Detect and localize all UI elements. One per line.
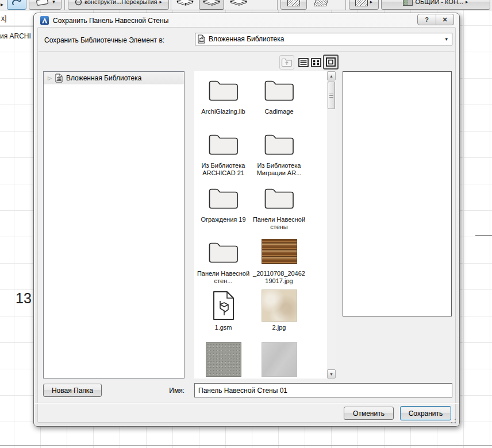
close-button[interactable]: ✕ [436,14,453,25]
main-toolbar: ▸ ▾ конструкти...Перекрытия ▸ [0,0,492,10]
folder-icon [208,78,239,101]
section-divider [39,51,455,52]
name-label: Имя: [149,387,184,395]
toolbar-overflow-arrow-icon[interactable]: ▸ [1,1,3,7]
list-view-button[interactable] [298,57,309,68]
surface-general-button[interactable]: ОБЩИЙ - КОН... ▸ [381,0,490,10]
menu-arrow-icon: ▸ [160,0,163,5]
folder-icon [264,132,295,155]
dialog-title: Сохранить Панель Навесной Стены [53,17,168,25]
large-icons-view-icon [326,57,336,67]
library-tree-panel: ▷ Вложенная Библиотека [43,71,184,379]
help-button[interactable]: ? [418,14,436,25]
library-location-value: Вложенная Библиотека [209,35,441,43]
tree-item-label: Вложенная Библиотека [66,74,141,82]
archicad-logo-icon [40,16,49,25]
library-icon [198,34,205,44]
small-icons-view-icon [311,58,321,67]
new-folder-button[interactable]: Новая Папка [43,384,102,397]
marble-texture-thumbnail [262,289,297,322]
background-window-border [0,26,33,26]
surface-general-label: ОБЩИЙ - КОН... [415,0,463,5]
toolbar-separator [345,0,346,10]
folder-up-button[interactable] [279,55,294,69]
surface-swatch-right [408,0,413,5]
slab-view-button-3[interactable] [226,0,251,10]
file-item-image[interactable]: 2.jpg [251,290,307,344]
vertical-scrollbar[interactable]: ▲ ▼ [327,71,336,379]
file-item-folder[interactable]: Панели Навесной стены [251,182,307,236]
file-item-image[interactable] [251,344,307,379]
save-button[interactable]: Сохранить [400,406,451,420]
dialog-titlebar[interactable]: Сохранить Панель Навесной Стены [40,16,168,25]
tag-icon [35,0,50,6]
folder-icon [264,78,295,101]
scroll-down-button[interactable]: ▼ [327,369,336,379]
scroll-up-button[interactable]: ▲ [327,71,336,80]
slab-3d-icon [229,0,248,7]
file-browser-panel: ArchiGlazing.lib Cadimage Из Библиотека … [194,71,336,379]
slab-view-button-1[interactable] [173,0,197,10]
layer-circle-icon [75,0,82,6]
name-input[interactable] [194,383,452,397]
resize-grip[interactable] [451,418,456,424]
rotate-tool-button[interactable] [7,0,26,10]
library-icon [55,74,63,83]
gdl-object-icon [212,291,236,320]
drawing-grid-line [0,445,492,446]
background-window-title-fragment: x] [1,14,6,22]
label-tool-button[interactable]: ▾ [29,0,62,10]
toolbar-separator [277,0,278,10]
library-location-combobox[interactable]: Вложенная Библиотека ▾ [195,33,452,45]
tree-expander-icon[interactable]: ▷ [48,75,52,81]
fill-tool-button[interactable] [280,0,307,10]
tree-item-embedded-library[interactable]: ▷ Вложенная Библиотека [44,72,184,84]
file-item-folder[interactable]: Из Библиотека ARCHICAD 21 [195,128,251,182]
gray-texture-thumbnail [262,342,297,377]
file-item-label: Панели Навесной стены [251,216,307,231]
toolbar-separator [171,0,171,10]
wood-texture-thumbnail [262,239,297,264]
dropdown-arrow-icon: ▾ [52,0,55,5]
cancel-button[interactable]: Отменить [344,407,394,420]
toolbar-separator [64,0,65,10]
window-controls: ? ✕ [417,14,454,25]
file-item-label: Из Библиотека Миграции AR... [251,162,307,177]
file-item-folder[interactable]: Панели Навесной стен... [195,236,251,290]
small-icons-view-button[interactable] [310,57,322,68]
file-item-object[interactable]: 1.gsm [195,290,251,344]
file-item-folder[interactable]: Из Библиотека Миграции AR... [251,128,307,182]
slab-3d-icon [202,0,221,7]
rotate-icon [11,0,22,7]
file-item-image[interactable] [195,344,251,379]
folder-icon [264,186,295,209]
footer-divider [34,403,459,404]
file-item-folder[interactable]: Cadimage [251,74,307,128]
concrete-texture-thumbnail [206,342,241,377]
large-icons-view-button-selected[interactable] [323,55,339,69]
save-to-label: Сохранить Библиотечные Элемент в: [44,36,164,44]
fill-pattern-button[interactable]: ▸ [349,0,379,10]
construct-layers-button[interactable]: конструкти...Перекрытия ▸ [68,0,169,10]
folder-icon [208,240,239,263]
hatch-fill-icon [287,0,300,6]
file-grid: ArchiGlazing.lib Cadimage Из Библиотека … [194,71,327,379]
file-item-label: 2.jpg [251,324,307,331]
hatch-pattern-icon [355,0,368,6]
surface-swatch-left [403,0,408,5]
folder-icon [208,132,239,155]
file-item-image[interactable]: _20110708_20462 19017.jpg [251,236,307,290]
menu-arrow-icon: ▸ [370,0,373,5]
scrollbar-thumb[interactable] [328,82,335,109]
file-item-folder[interactable]: Ограждения 19 [195,182,251,236]
file-item-label: Из Библиотека ARCHICAD 21 [195,162,251,177]
slab-3d-icon [176,0,194,7]
save-panel-dialog: Сохранить Панель Навесной Стены ? ✕ Сохр… [33,13,460,427]
folder-up-icon [281,57,293,67]
combobox-dropdown-icon[interactable]: ▾ [445,36,449,42]
hatch-skewed-icon [314,0,329,6]
surface-swatch-icon [403,0,413,6]
slab-view-button-2-selected[interactable] [199,0,224,10]
fill-type-button[interactable] [309,0,333,10]
file-item-folder[interactable]: ArchiGlazing.lib [195,74,251,128]
